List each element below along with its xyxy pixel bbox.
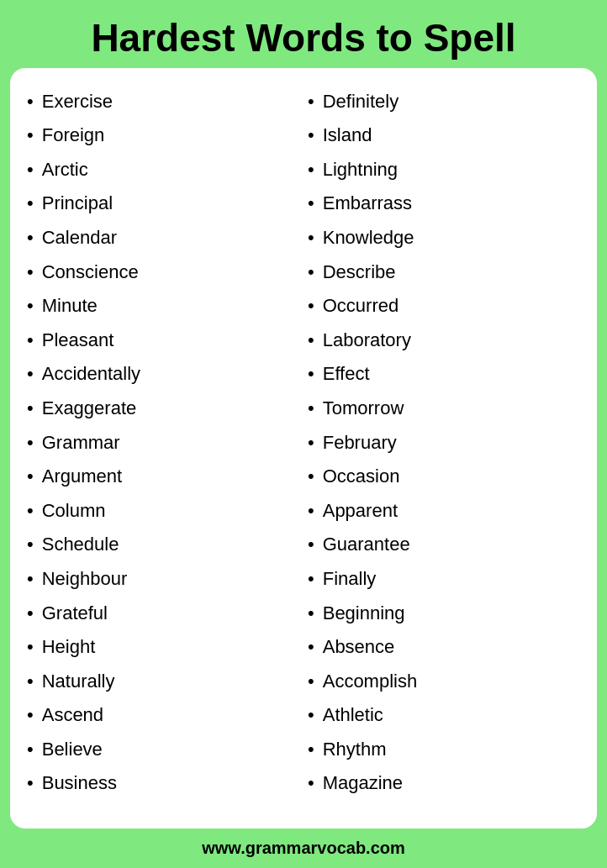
bullet-icon: • xyxy=(27,499,34,523)
word-text: Exercise xyxy=(42,90,113,114)
bullet-icon: • xyxy=(308,226,314,250)
word-text: Foreign xyxy=(42,124,105,148)
bullet-icon: • xyxy=(308,329,314,353)
list-item: •Athletic xyxy=(308,698,580,733)
list-item: •Principal xyxy=(27,187,299,221)
word-text: Neighbour xyxy=(42,567,128,592)
bullet-icon: • xyxy=(308,362,314,387)
word-text: Argument xyxy=(42,465,122,489)
word-text: Guarantee xyxy=(323,533,410,557)
word-text: Lightning xyxy=(323,158,398,182)
bullet-icon: • xyxy=(27,329,34,353)
word-text: Naturally xyxy=(42,670,115,694)
word-text: Arctic xyxy=(42,158,88,182)
list-item: •Definitely xyxy=(308,85,580,119)
bullet-icon: • xyxy=(27,226,34,250)
word-text: Accomplish xyxy=(323,670,417,694)
bullet-icon: • xyxy=(27,465,34,489)
bullet-icon: • xyxy=(308,192,314,216)
list-item: •Foreign xyxy=(27,118,299,153)
word-text: Accidentally xyxy=(42,362,140,387)
list-item: •Accomplish xyxy=(308,665,580,699)
bullet-icon: • xyxy=(27,124,34,148)
word-text: Effect xyxy=(323,362,370,387)
word-text: Magazine xyxy=(323,771,403,796)
bullet-icon: • xyxy=(27,294,34,318)
list-item: •Effect xyxy=(308,357,580,392)
list-item: •Argument xyxy=(27,460,299,494)
bullet-icon: • xyxy=(308,635,314,660)
bullet-icon: • xyxy=(27,703,34,728)
list-item: •Business xyxy=(27,766,299,801)
list-item: •Schedule xyxy=(27,528,299,562)
content-area: •Exercise•Foreign•Arctic•Principal•Calen… xyxy=(10,68,597,829)
bullet-icon: • xyxy=(308,703,314,728)
list-item: •Magazine xyxy=(308,766,580,801)
bullet-icon: • xyxy=(308,771,314,796)
word-text: Finally xyxy=(323,567,377,592)
list-item: •Beginning xyxy=(308,597,580,631)
list-item: •Minute xyxy=(27,289,299,324)
word-text: Calendar xyxy=(42,226,117,250)
bullet-icon: • xyxy=(308,465,314,489)
page-footer: www.grammarvocab.com xyxy=(0,829,607,868)
list-item: •Finally xyxy=(308,562,580,597)
word-text: Principal xyxy=(42,192,113,216)
list-item: •Lightning xyxy=(308,153,580,187)
word-text: Ascend xyxy=(42,703,103,728)
word-text: Rhythm xyxy=(323,738,387,762)
list-item: •Grammar xyxy=(27,426,299,460)
word-text: Beginning xyxy=(323,602,405,626)
bullet-icon: • xyxy=(27,670,34,694)
word-text: Minute xyxy=(42,294,98,318)
bullet-icon: • xyxy=(27,635,34,660)
list-item: •Exaggerate xyxy=(27,392,299,426)
list-item: •Grateful xyxy=(27,597,299,631)
list-item: •Occasion xyxy=(308,460,580,494)
list-item: •Pleasant xyxy=(27,324,299,358)
list-item: •Knowledge xyxy=(308,221,580,255)
list-item: •Arctic xyxy=(27,153,299,187)
word-text: Absence xyxy=(323,635,395,660)
bullet-icon: • xyxy=(27,260,34,285)
list-item: •Island xyxy=(308,118,580,153)
bullet-icon: • xyxy=(27,397,34,421)
bullet-icon: • xyxy=(308,567,314,592)
word-text: Knowledge xyxy=(323,226,414,250)
word-text: Occurred xyxy=(323,294,399,318)
list-item: •Laboratory xyxy=(308,324,580,358)
word-text: Describe xyxy=(323,260,396,285)
list-item: •Calendar xyxy=(27,221,299,255)
word-text: Believe xyxy=(42,738,103,762)
list-item: •Ascend xyxy=(27,698,299,733)
left-column: •Exercise•Foreign•Arctic•Principal•Calen… xyxy=(27,85,299,812)
word-text: Laboratory xyxy=(323,329,411,353)
bullet-icon: • xyxy=(308,294,314,318)
list-item: •February xyxy=(308,426,580,460)
bullet-icon: • xyxy=(308,124,314,148)
bullet-icon: • xyxy=(27,771,34,796)
bullet-icon: • xyxy=(308,738,314,762)
word-text: Pleasant xyxy=(42,329,114,353)
list-item: •Occurred xyxy=(308,289,580,324)
bullet-icon: • xyxy=(27,738,34,762)
word-text: Height xyxy=(42,635,96,660)
word-text: Grammar xyxy=(42,431,120,455)
list-item: •Column xyxy=(27,494,299,529)
list-item: •Exercise xyxy=(27,85,299,119)
bullet-icon: • xyxy=(27,567,34,592)
list-item: •Guarantee xyxy=(308,528,580,562)
right-column: •Definitely•Island•Lightning•Embarrass•K… xyxy=(308,85,580,812)
word-text: Column xyxy=(42,499,106,523)
word-text: Exaggerate xyxy=(42,397,137,421)
list-item: •Believe xyxy=(27,733,299,767)
word-text: Embarrass xyxy=(323,192,412,216)
list-item: •Describe xyxy=(308,255,580,290)
bullet-icon: • xyxy=(27,431,34,455)
bullet-icon: • xyxy=(27,602,34,626)
list-item: •Tomorrow xyxy=(308,392,580,426)
word-text: Definitely xyxy=(323,90,399,114)
bullet-icon: • xyxy=(308,260,314,285)
bullet-icon: • xyxy=(27,90,34,114)
list-item: •Embarrass xyxy=(308,187,580,221)
